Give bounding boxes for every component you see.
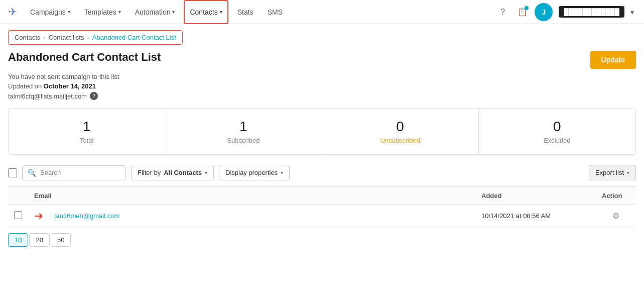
row-added-value: 10/14/2021 at 08:56 AM [481, 212, 551, 220]
breadcrumb-sep-1: › [43, 34, 45, 41]
breadcrumb-sep-2: › [87, 34, 89, 41]
red-arrow-icon: ➜ [34, 210, 43, 223]
search-input[interactable] [40, 169, 120, 176]
stats-grid: 1 Total 1 Subscribed 0 Unsubscribed 0 Ex… [8, 108, 636, 155]
notifications-button[interactable]: 📋 [514, 4, 531, 20]
stat-excluded-label: Excluded [489, 137, 625, 144]
display-properties-button[interactable]: Display properties ▾ [219, 165, 290, 180]
breadcrumb-current: Abandoned Cart Contact List [92, 34, 176, 41]
breadcrumb-contact-lists[interactable]: Contact lists [49, 34, 84, 41]
filter-value: All Contacts [164, 169, 202, 176]
search-box: 🔍 [22, 165, 126, 180]
filter-caret: ▾ [205, 170, 207, 175]
row-email-cell: ➜ tan16meh@gmail.com [28, 205, 475, 227]
breadcrumb-contacts[interactable]: Contacts [15, 34, 40, 41]
help-button[interactable]: ? [494, 4, 510, 20]
list-email-row: talml6ctq@lists.mailjet.com ? [8, 92, 636, 100]
stat-excluded: 0 Excluded [479, 109, 635, 154]
nav-contacts[interactable]: Contacts ▾ [184, 0, 228, 24]
page-btn-20[interactable]: 20 [29, 233, 49, 247]
stat-unsubscribed-number: 0 [332, 119, 468, 135]
page-btn-50[interactable]: 50 [51, 233, 71, 247]
nav-automation[interactable]: Automation ▾ [130, 0, 180, 24]
stat-excluded-number: 0 [489, 119, 625, 135]
toolbar: 🔍 Filter by All Contacts ▾ Display prope… [8, 165, 636, 180]
user-dropdown-button[interactable]: ▾ [628, 8, 636, 16]
col-header-added: Added [475, 187, 596, 205]
updated-info: Updated on October 14, 2021 [8, 82, 636, 90]
stat-unsubscribed-label: Unsubscribed [332, 137, 468, 144]
filter-button[interactable]: Filter by All Contacts ▾ [131, 165, 214, 180]
help-icon[interactable]: ? [90, 92, 98, 100]
campaigns-caret: ▾ [68, 9, 70, 15]
stat-total-number: 1 [19, 119, 155, 135]
filter-label: Filter by [138, 169, 161, 176]
display-label: Display properties [225, 169, 278, 176]
notification-dot [525, 6, 529, 10]
nav-sms[interactable]: SMS [263, 0, 288, 24]
campaign-info: You have not sent campaign to this list [8, 73, 636, 80]
row-action-gear-icon[interactable]: ⚙ [612, 212, 619, 220]
email-link[interactable]: tan16meh@gmail.com [54, 212, 119, 220]
row-checkbox-cell [8, 205, 28, 227]
stat-subscribed-number: 1 [175, 119, 311, 135]
templates-caret: ▾ [118, 9, 121, 15]
breadcrumb: Contacts › Contact lists › Abandoned Car… [8, 30, 183, 45]
page-header: Abandoned Cart Contact List Update [8, 51, 636, 69]
contacts-caret: ▾ [220, 9, 222, 15]
stat-subscribed: 1 Subscribed [165, 109, 322, 154]
navbar: ✈ Campaigns ▾ Templates ▾ Automation ▾ C… [0, 0, 644, 24]
export-label: Export list [595, 169, 624, 176]
main-content: Abandoned Cart Contact List Update You h… [0, 51, 644, 259]
col-header-action: Action [596, 187, 636, 205]
pagination: 10 20 50 [8, 233, 636, 247]
row-added-cell: 10/14/2021 at 08:56 AM [475, 205, 596, 227]
row-checkbox[interactable] [14, 211, 22, 219]
user-name: ████████████ [559, 6, 624, 18]
stat-subscribed-label: Subscribed [175, 137, 311, 144]
stat-total-label: Total [19, 137, 155, 144]
nav-templates[interactable]: Templates ▾ [79, 0, 126, 24]
export-button[interactable]: Export list ▾ [589, 165, 636, 180]
update-button[interactable]: Update [590, 51, 636, 69]
info-section: You have not sent campaign to this list … [8, 73, 636, 100]
logo-icon: ✈ [8, 6, 17, 19]
row-action-cell: ⚙ [596, 205, 636, 227]
contacts-table: Email Added Action ➜ tan16meh@gmail.com … [8, 186, 636, 227]
stat-total: 1 Total [9, 109, 165, 154]
search-icon: 🔍 [28, 169, 36, 177]
page-title: Abandoned Cart Contact List [8, 51, 161, 64]
nav-stats[interactable]: Stats [232, 0, 259, 24]
col-header-checkbox [8, 187, 28, 205]
page-btn-10[interactable]: 10 [8, 233, 28, 247]
avatar[interactable]: J [535, 3, 553, 21]
stat-unsubscribed: 0 Unsubscribed [322, 109, 479, 154]
automation-caret: ▾ [172, 9, 175, 15]
export-caret: ▾ [627, 170, 629, 175]
col-header-email: Email [28, 187, 475, 205]
select-all-checkbox[interactable] [8, 168, 17, 177]
display-caret: ▾ [281, 170, 283, 175]
list-email: talml6ctq@lists.mailjet.com [8, 92, 87, 100]
nav-campaigns[interactable]: Campaigns ▾ [25, 0, 75, 24]
table-header-row: Email Added Action [8, 187, 636, 205]
table-row: ➜ tan16meh@gmail.com 10/14/2021 at 08:56… [8, 205, 636, 227]
